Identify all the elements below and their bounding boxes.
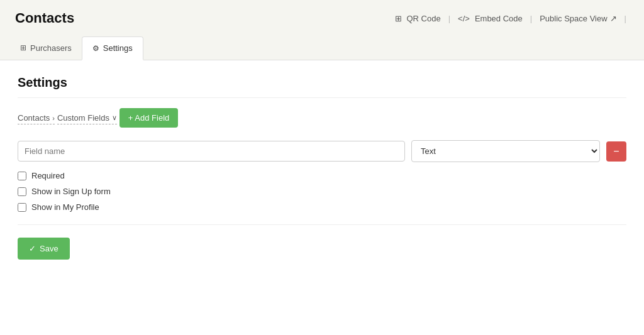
main-content: Settings Contacts › Custom Fields ∨ + Ad… [0,60,644,335]
separator-1: | [448,14,450,23]
custom-fields-header[interactable]: Custom Fields ∨ [57,113,117,124]
save-check-icon: ✓ [29,244,36,253]
add-field-button[interactable]: + Add Field [119,108,178,128]
separator-2: | [530,14,532,23]
contacts-breadcrumb[interactable]: Contacts › [18,113,55,124]
settings-tab-icon: ⚙ [92,44,99,53]
save-button[interactable]: ✓ Save [18,238,70,260]
checkbox-group: Required Show in Sign Up form Show in My… [18,171,626,212]
external-link-icon: ↗ [610,14,617,23]
embed-code-icon: </> [458,14,470,23]
show-profile-checkbox-label[interactable]: Show in My Profile [18,202,626,212]
field-row: Text Number Date Checkbox Dropdown − [18,140,626,162]
required-checkbox[interactable] [18,172,26,180]
show-signup-checkbox-label[interactable]: Show in Sign Up form [18,187,626,196]
qr-code-icon: ⊞ [395,14,402,23]
required-checkbox-label[interactable]: Required [18,171,626,180]
page-title: Contacts [15,10,74,26]
embed-code-link[interactable]: Embed Code [475,14,523,23]
separator-3: | [625,14,626,23]
settings-title: Settings [18,75,626,98]
show-signup-checkbox[interactable] [18,187,26,196]
tab-settings[interactable]: ⚙ Settings [82,36,143,60]
custom-fields-chevron-icon: ∨ [112,114,117,122]
header-actions: ⊞ QR Code | </> Embed Code | Public Spac… [395,14,630,23]
field-type-select[interactable]: Text Number Date Checkbox Dropdown [411,140,600,162]
public-space-view-link[interactable]: Public Space View ↗ [540,14,616,23]
page-header: Contacts ⊞ QR Code | </> Embed Code | Pu… [0,0,644,36]
remove-field-button[interactable]: − [606,141,626,162]
section-divider [18,224,626,225]
qr-code-link[interactable]: QR Code [407,14,441,23]
field-name-input[interactable] [18,141,405,162]
tab-purchasers[interactable]: ⊞ Purchasers [10,36,82,60]
purchasers-tab-icon: ⊞ [20,43,26,52]
tabs-bar: ⊞ Purchasers ⚙ Settings [0,36,644,60]
breadcrumb-chevron-icon: › [52,114,55,122]
show-profile-checkbox[interactable] [18,203,26,212]
